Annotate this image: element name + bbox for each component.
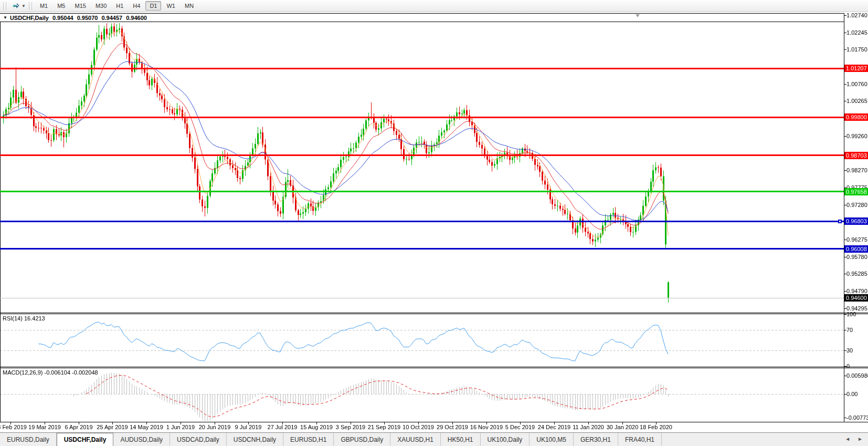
chart-tab-usdchf-daily[interactable]: USDCHF,Daily <box>57 433 114 446</box>
date-axis-label: 10 Oct 2019 <box>403 424 434 430</box>
price-axis-tick: 0.95285 <box>846 271 867 277</box>
price-line-badge: 0.99800 <box>844 113 868 121</box>
price-axis-tick: 0.95780 <box>846 254 867 261</box>
chart-tab-bar: EURUSD,DailyUSDCHF,DailyAUDUSD,DailyUSDC… <box>0 432 868 446</box>
chart-tab-uk100-daily[interactable]: UK100,Daily <box>481 433 530 446</box>
date-axis-label: 24 Dec 2019 <box>538 424 570 430</box>
timeframe-button-m1[interactable]: M1 <box>36 1 52 11</box>
trading-terminal: { "toolbar": { "chart_mode_icon": "chart… <box>0 0 868 446</box>
timeframe-button-m30[interactable]: M30 <box>91 1 111 11</box>
horizontal-line-0.98703[interactable] <box>0 154 844 156</box>
collapse-chart-icon[interactable]: ▼ <box>3 15 7 20</box>
macd-axis-tick: -0.007737 <box>846 414 868 421</box>
timeframe-button-d1[interactable]: D1 <box>145 1 161 11</box>
macd-axis-tick: 0.00 <box>846 391 858 398</box>
ohlc-close: 0.94600 <box>126 15 147 21</box>
date-axis-label: 20 Jun 2019 <box>199 424 231 430</box>
chart-tab-gbpusd-daily[interactable]: GBPUSD,Daily <box>334 433 390 446</box>
rsi-axis-tick: 0 <box>846 363 850 370</box>
pane-separator[interactable] <box>0 368 868 368</box>
tab-scroll-left-icon[interactable]: ◄ <box>845 436 850 442</box>
line-handle[interactable] <box>838 220 842 223</box>
chart-title-bar: ▼ USDCHF,Daily 0.95044 0.95070 0.94457 0… <box>0 13 844 22</box>
pane-separator[interactable] <box>0 313 868 313</box>
tab-scroll-controls: ◄ ► <box>845 436 863 442</box>
date-axis-label: 5 Dec 2019 <box>505 424 535 430</box>
date-axis-label: 16 Nov 2019 <box>470 424 503 430</box>
price-line-badge: 0.97658 <box>844 188 868 195</box>
chart-left-border <box>0 13 1 422</box>
caret-down-icon: ▼ <box>22 4 26 8</box>
price-axis-tick: 1.02245 <box>846 29 867 36</box>
date-axis-label: 29 Oct 2019 <box>437 424 468 430</box>
date-axis-label: 25 Apr 2019 <box>97 424 128 430</box>
chart-tab-eurusd-daily[interactable]: EURUSD,Daily <box>0 433 57 446</box>
rsi-axis-tick: 30 <box>846 347 853 354</box>
date-axis-label: 1 Jun 2019 <box>166 424 195 430</box>
price-axis-tick: 1.01750 <box>846 46 867 53</box>
macd-signal-value: -0.002048 <box>72 369 98 376</box>
rsi-axis-tick: 100 <box>846 311 856 318</box>
chart-tab-audusd-daily[interactable]: AUDUSD,Daily <box>113 433 170 446</box>
rsi-axis-tick: 70 <box>846 327 853 334</box>
price-line-badge: 0.96803 <box>844 217 868 225</box>
chart-shift-marker[interactable] <box>636 14 640 17</box>
pane-separator[interactable] <box>0 314 868 314</box>
chart-title: USDCHF,Daily <box>10 15 49 21</box>
chart-tab-xauusd-h1[interactable]: XAUUSD,H1 <box>390 433 441 446</box>
chart-tab-ger30-h1[interactable]: GER30,H1 <box>574 433 618 446</box>
toolbar-grip[interactable] <box>3 2 6 10</box>
timeframe-button-group: M1M5M15M30H1H4D1W1MN <box>35 1 198 11</box>
timeframe-button-w1[interactable]: W1 <box>162 1 179 11</box>
current-price-line <box>0 298 844 298</box>
price-axis-tick: 1.00760 <box>846 81 867 88</box>
chart-tab-uk100-m5[interactable]: UK100,M5 <box>530 433 574 446</box>
price-axis-tick: 0.98270 <box>846 167 867 174</box>
date-axis-label: 27 Jul 2019 <box>268 424 298 430</box>
date-axis-label: 6 Apr 2019 <box>65 424 92 430</box>
timeframe-button-h1[interactable]: H1 <box>112 1 128 11</box>
date-axis-label: 14 May 2019 <box>130 424 163 430</box>
horizontal-line-1.01207[interactable] <box>0 68 844 69</box>
chart-canvas[interactable] <box>0 0 868 446</box>
macd-label: MACD(12,26,9) -0.006104 -0.002048 <box>3 369 98 376</box>
chart-tab-usdcnh-daily[interactable]: USDCNH,Daily <box>227 433 283 446</box>
current-price-badge: 0.94600 <box>844 294 868 302</box>
ohlc-high: 0.95070 <box>77 15 98 21</box>
price-axis-tick: 0.99260 <box>846 133 867 140</box>
chart-bottom-border <box>0 422 868 422</box>
chart-tab-usdcad-daily[interactable]: USDCAD,Daily <box>170 433 227 446</box>
price-axis-tick: 1.00265 <box>846 98 867 105</box>
macd-main-value: -0.006104 <box>44 369 70 376</box>
rsi-value: 16.4213 <box>24 315 45 321</box>
toolbar-separator <box>29 2 32 10</box>
date-axis-label: 18 Feb 2020 <box>640 424 672 430</box>
macd-name: MACD(12,26,9) <box>3 369 43 376</box>
chart-type-button[interactable]: ▼ <box>9 1 28 11</box>
price-axis-tick: 0.97280 <box>846 202 867 209</box>
timeframe-button-mn[interactable]: MN <box>181 1 198 11</box>
chart-tab-fra40-h1[interactable]: FRA40,H1 <box>618 433 662 446</box>
horizontal-line-0.96803[interactable] <box>0 221 844 222</box>
timeframe-button-m5[interactable]: M5 <box>53 1 69 11</box>
timeframe-button-m15[interactable]: M15 <box>70 1 90 11</box>
horizontal-line-0.99800[interactable] <box>0 117 844 118</box>
date-axis-label: 19 Mar 2019 <box>28 424 61 430</box>
chart-tab-eurusd-h1[interactable]: EURUSD,H1 <box>283 433 334 446</box>
date-axis-label: 21 Sep 2019 <box>368 424 400 430</box>
horizontal-line-0.97658[interactable] <box>0 191 844 192</box>
date-axis-label: 30 Jan 2020 <box>607 424 639 430</box>
ohlc-low: 0.94457 <box>101 15 122 21</box>
pane-separator[interactable] <box>0 367 868 367</box>
date-axis-label: 9 Jul 2019 <box>235 424 262 430</box>
price-line-badge: 0.96008 <box>844 245 868 253</box>
rsi-label: RSI(14) 16.4213 <box>3 315 45 321</box>
date-axis-label: 3 Sep 2019 <box>336 424 365 430</box>
timeframe-button-h4[interactable]: H4 <box>129 1 144 11</box>
ohlc-open: 0.95044 <box>52 15 73 21</box>
tab-scroll-right-icon[interactable]: ► <box>858 436 863 442</box>
price-axis-tick: 1.02740 <box>846 12 867 19</box>
horizontal-line-0.96008[interactable] <box>0 248 844 250</box>
chart-tab-hk50-h1[interactable]: HK50,H1 <box>441 433 481 446</box>
date-axis-label: 28 Feb 2019 <box>0 424 27 430</box>
